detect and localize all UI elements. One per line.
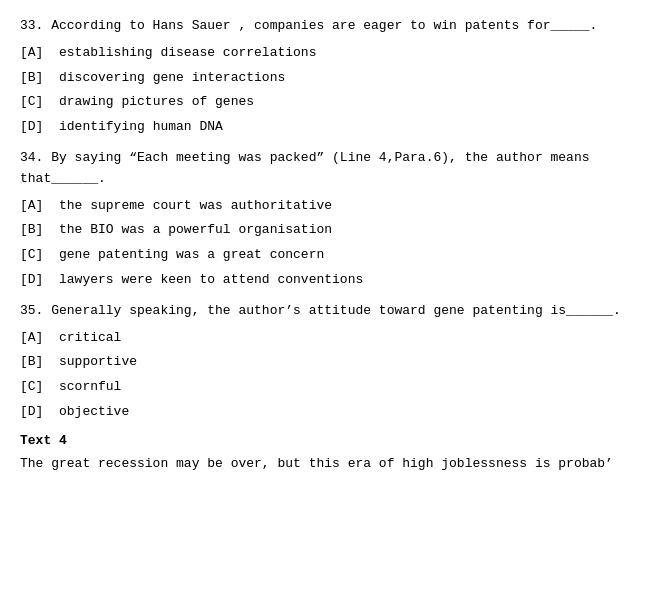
option-label: [A]	[20, 198, 43, 213]
option-label: [B]	[20, 354, 43, 369]
option-label: [D]	[20, 272, 43, 287]
question-35-option-a: [A] critical	[20, 328, 629, 349]
option-text: the supreme court was authoritative	[59, 198, 332, 213]
question-34-option-c: [C] gene patenting was a great concern	[20, 245, 629, 266]
option-text: the BIO was a powerful organisation	[59, 222, 332, 237]
option-text: drawing pictures of genes	[59, 94, 254, 109]
option-label: [A]	[20, 330, 43, 345]
question-35-option-d: [D] objective	[20, 402, 629, 423]
question-34-option-b: [B] the BIO was a powerful organisation	[20, 220, 629, 241]
option-text: critical	[59, 330, 121, 345]
option-label: [D]	[20, 404, 43, 419]
option-label: [A]	[20, 45, 43, 60]
section-title: Text 4	[20, 433, 629, 448]
question-33-option-c: [C] drawing pictures of genes	[20, 92, 629, 113]
option-text: objective	[59, 404, 129, 419]
question-34-text: 34. By saying “Each meeting was packed” …	[20, 148, 629, 190]
option-text: gene patenting was a great concern	[59, 247, 324, 262]
option-label: [C]	[20, 94, 43, 109]
question-35-option-b: [B] supportive	[20, 352, 629, 373]
option-text: identifying human DNA	[59, 119, 223, 134]
option-text: establishing disease correlations	[59, 45, 316, 60]
option-text: lawyers were keen to attend conventions	[59, 272, 363, 287]
option-label: [C]	[20, 247, 43, 262]
question-33-option-d: [D] identifying human DNA	[20, 117, 629, 138]
option-label: [B]	[20, 70, 43, 85]
question-33-text: 33. According to Hans Sauer , companies …	[20, 16, 629, 37]
question-35-option-c: [C] scornful	[20, 377, 629, 398]
question-34-option-a: [A] the supreme court was authoritative	[20, 196, 629, 217]
question-34: 34. By saying “Each meeting was packed” …	[20, 148, 629, 291]
question-35: 35. Generally speaking, the author’s att…	[20, 301, 629, 423]
option-label: [C]	[20, 379, 43, 394]
question-33-option-a: [A] establishing disease correlations	[20, 43, 629, 64]
question-33: 33. According to Hans Sauer , companies …	[20, 16, 629, 138]
option-label: [B]	[20, 222, 43, 237]
question-33-option-b: [B] discovering gene interactions	[20, 68, 629, 89]
option-text: discovering gene interactions	[59, 70, 285, 85]
section-passage: The great recession may be over, but thi…	[20, 454, 629, 475]
question-34-option-d: [D] lawyers were keen to attend conventi…	[20, 270, 629, 291]
option-text: scornful	[59, 379, 121, 394]
questions-container: 33. According to Hans Sauer , companies …	[20, 16, 629, 475]
option-text: supportive	[59, 354, 137, 369]
question-35-text: 35. Generally speaking, the author’s att…	[20, 301, 629, 322]
option-label: [D]	[20, 119, 43, 134]
